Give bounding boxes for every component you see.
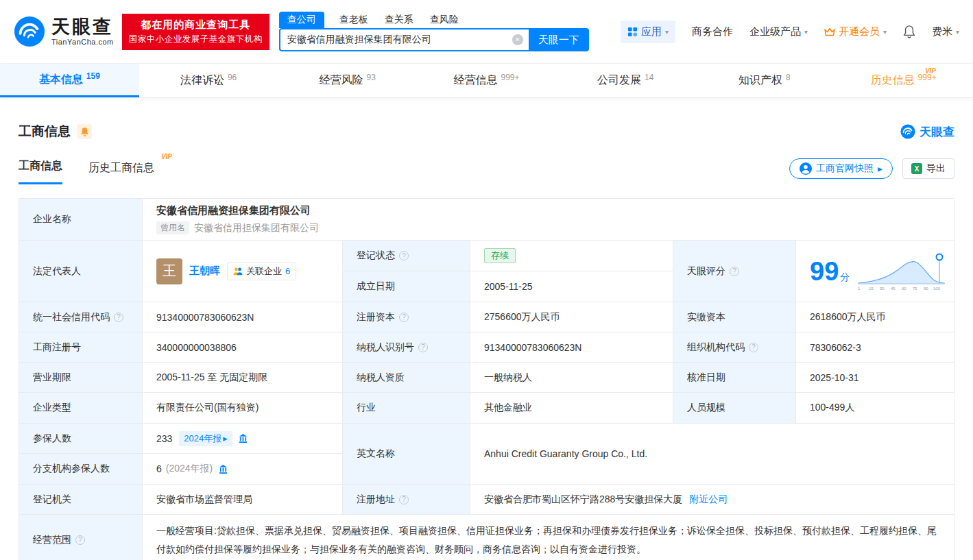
former-name: 安徽省信用担保集团有限公司 [194, 222, 319, 234]
tab-legal-proceedings-count: 96 [228, 73, 237, 82]
apps-menu-button[interactable]: 应用 ▾ [621, 21, 675, 43]
help-icon[interactable]: ? [399, 495, 409, 504]
field-taxpayer-id-value: 91340000783060623N [470, 332, 673, 362]
section-watermark-text: 天眼查 [920, 124, 954, 140]
label-text: 登记机关 [33, 494, 71, 506]
help-icon[interactable]: ? [418, 343, 428, 352]
field-industry-value: 其他金融业 [470, 393, 673, 423]
help-icon[interactable]: ? [399, 251, 409, 260]
related-companies-label: 关联企业 [246, 265, 282, 278]
value-text: 其他金融业 [484, 402, 532, 414]
label-text: 核准日期 [687, 372, 725, 384]
field-industry-label: 行业 [343, 393, 470, 423]
subscribe-bell-button[interactable] [77, 124, 92, 139]
branch-insured-note: (2024年报) [166, 463, 213, 475]
status-badge: 存续 [484, 248, 516, 263]
help-icon[interactable]: ? [730, 267, 739, 276]
tab-history-info[interactable]: VIP 历史信息 999+ [834, 64, 973, 97]
enterprise-products-label: 企业级产品 [749, 25, 801, 38]
field-english-name-label: 英文名称 [343, 424, 470, 484]
social-security-agency-icon[interactable] [238, 433, 248, 443]
score-axis-tick: 75 [913, 287, 917, 291]
enterprise-products-menu[interactable]: 企业级产品 ▾ [749, 25, 808, 38]
tianyancha-logo-icon [900, 124, 915, 139]
tianyancha-logo[interactable]: 天眼查 TianYanCha.com [14, 16, 114, 47]
notifications-button[interactable] [903, 25, 915, 38]
clear-search-icon[interactable]: ✕ [512, 34, 523, 45]
nearby-companies-link[interactable]: 附近公司 [689, 494, 728, 506]
score-axis-tick: 60 [902, 287, 906, 291]
help-icon[interactable]: ? [399, 313, 409, 322]
field-reg-authority-label: 登记机关 [19, 485, 142, 514]
person-circle-icon [800, 162, 812, 175]
value-text: 91340000783060623N [484, 342, 581, 353]
subtab-business-info[interactable]: 工商信息 [19, 159, 62, 184]
related-companies-tag[interactable]: 关联企业 6 [227, 263, 296, 280]
search-tab-company[interactable]: 查公司 [279, 12, 324, 28]
subtab-history-label: 历史工商信息 [88, 162, 154, 173]
related-companies-count: 6 [285, 266, 290, 276]
score-axis-labels: 1 15 30 45 60 75 90 100 [858, 287, 941, 291]
field-credit-code-value: 91340000783060623N [143, 302, 342, 332]
legal-rep-avatar[interactable]: 王 [156, 258, 182, 284]
tab-basic-info[interactable]: 基本信息 159 [0, 64, 139, 97]
field-paid-capital-label: 实缴资本 [673, 302, 795, 332]
field-reg-capital-value: 2756600万人民币 [470, 302, 673, 332]
excel-icon: X [911, 163, 922, 174]
help-icon[interactable]: ? [749, 343, 758, 352]
search-tab-relation[interactable]: 查关系 [383, 12, 415, 28]
field-org-code-label: 组织机构代码 ? [673, 332, 795, 362]
score-axis-tick: 15 [869, 287, 874, 291]
business-cooperation-link[interactable]: 商务合作 [692, 25, 733, 38]
field-reg-status-value: 存续 [470, 241, 673, 271]
main-content: 工商信息 天眼查 工商信息 VIP历史工商信息 [0, 123, 973, 560]
export-label: 导出 [926, 162, 946, 175]
score-axis-tick: 90 [924, 287, 928, 291]
search-tabs: 查公司 查老板 查关系 查风险 [279, 12, 589, 28]
field-company-name-value: 安徽省信用融资担保集团有限公司 曾用名 安徽省信用担保集团有限公司 [143, 199, 954, 240]
chevron-down-icon: ▾ [665, 28, 669, 36]
user-account-menu[interactable]: 费米 ▾ [932, 25, 959, 38]
chevron-down-icon: ▾ [804, 28, 808, 36]
open-membership-menu[interactable]: 开通会员 ▾ [824, 25, 887, 38]
label-text: 工商注册号 [33, 341, 81, 354]
field-branch-insured-value: 6 (2024年报) [143, 454, 342, 484]
social-security-agency-icon[interactable] [218, 464, 228, 474]
label-text: 统一社会信用代码 [33, 311, 110, 324]
arrow-right-icon: ▸ [878, 163, 882, 174]
search-input[interactable] [279, 28, 529, 51]
tab-legal-proceedings-label: 法律诉讼 [180, 73, 224, 88]
tab-business-info-count: 999+ [501, 73, 520, 82]
tab-intellectual-property-count: 8 [786, 73, 791, 82]
field-paid-capital-value: 2618600万人民币 [796, 302, 954, 332]
field-staff-size-value: 100-499人 [796, 393, 954, 423]
export-button[interactable]: X 导出 [902, 158, 954, 179]
help-icon[interactable]: ? [114, 313, 123, 322]
tab-business-risk[interactable]: 经营风险 93 [278, 64, 417, 97]
value-text: 2005-11-25 [484, 281, 533, 292]
tab-business-info[interactable]: 经营信息 999+ [417, 64, 556, 97]
bell-icon [80, 127, 89, 136]
field-legal-rep-value: 王 王朝晖 关联企业 6 [143, 241, 342, 302]
top-header: 天眼查 TianYanCha.com 都在用的商业查询工具 国家中小企业发展子基… [0, 0, 973, 64]
legal-rep-link[interactable]: 王朝晖 [189, 265, 220, 278]
label-text: 组织机构代码 [687, 341, 745, 354]
field-business-term-label: 营业期限 [19, 363, 142, 392]
help-icon[interactable]: ? [75, 535, 85, 545]
username: 费米 [932, 25, 952, 38]
search-tab-risk[interactable]: 查风险 [429, 12, 460, 28]
subtab-history-business-info[interactable]: VIP历史工商信息 [88, 161, 154, 184]
search-tab-boss[interactable]: 查老板 [338, 12, 370, 28]
label-text: 注册地址 [357, 494, 395, 506]
tab-legal-proceedings[interactable]: 法律诉讼 96 [139, 64, 278, 97]
search-button[interactable]: 天眼一下 [529, 28, 589, 51]
field-reg-number-label: 工商注册号 [19, 332, 142, 362]
score-unit: 分 [840, 271, 850, 282]
tab-company-development[interactable]: 公司发展 14 [556, 64, 695, 97]
annual-report-tag[interactable]: 2024年报 ▸ [179, 431, 232, 446]
official-snapshot-button[interactable]: 工商官网快照 ▸ [789, 158, 893, 179]
field-taxpayer-quality-label: 纳税人资质 [343, 363, 470, 392]
tianyancha-logo-icon [14, 16, 45, 47]
search-area: 查公司 查老板 查关系 查风险 ✕ 天眼一下 [279, 12, 589, 51]
tab-intellectual-property[interactable]: 知识产权 8 [695, 64, 834, 97]
